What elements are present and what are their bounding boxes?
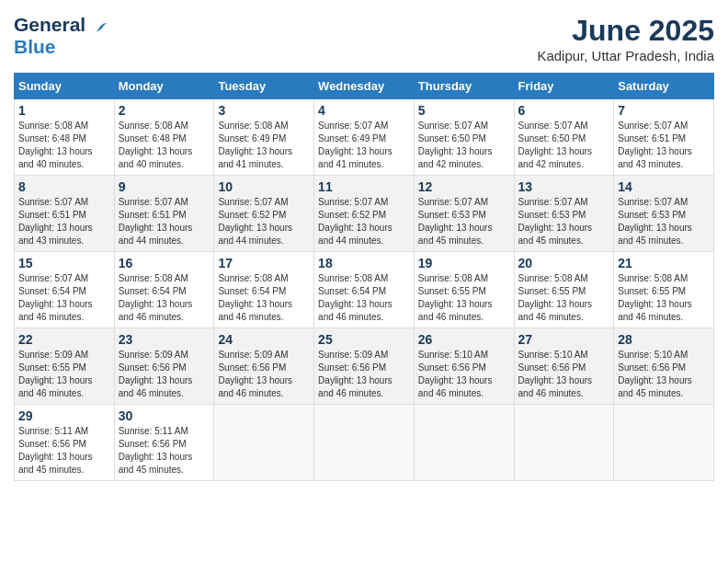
calendar-cell: 2Sunrise: 5:08 AMSunset: 6:48 PMDaylight… — [114, 99, 214, 176]
day-detail: Sunrise: 5:10 AMSunset: 6:56 PMDaylight:… — [518, 349, 610, 400]
header: General Blue June 2025 Kadipur, Uttar Pr… — [14, 14, 714, 63]
day-detail: Sunrise: 5:10 AMSunset: 6:56 PMDaylight:… — [418, 349, 510, 400]
day-number: 1 — [18, 103, 110, 118]
day-detail: Sunrise: 5:07 AMSunset: 6:53 PMDaylight:… — [618, 196, 710, 247]
calendar-cell: 18Sunrise: 5:08 AMSunset: 6:54 PMDayligh… — [314, 252, 415, 328]
day-detail: Sunrise: 5:08 AMSunset: 6:55 PMDaylight:… — [618, 272, 710, 324]
day-number: 4 — [318, 103, 410, 118]
header-day: Saturday — [614, 74, 714, 99]
day-number: 17 — [218, 256, 310, 270]
day-number: 24 — [218, 332, 310, 347]
logo-text: General — [14, 14, 113, 36]
calendar-week-row: 1Sunrise: 5:08 AMSunset: 6:48 PMDaylight… — [15, 99, 714, 176]
day-number: 23 — [119, 332, 210, 347]
day-number: 21 — [618, 256, 710, 270]
day-number: 10 — [218, 179, 310, 194]
day-number: 26 — [418, 332, 510, 347]
calendar-cell: 23Sunrise: 5:09 AMSunset: 6:56 PMDayligh… — [114, 328, 214, 405]
calendar-week-row: 15Sunrise: 5:07 AMSunset: 6:54 PMDayligh… — [15, 252, 714, 328]
calendar-cell: 15Sunrise: 5:07 AMSunset: 6:54 PMDayligh… — [15, 252, 115, 328]
day-number: 13 — [518, 179, 610, 194]
day-detail: Sunrise: 5:08 AMSunset: 6:49 PMDaylight:… — [218, 120, 310, 171]
day-detail: Sunrise: 5:07 AMSunset: 6:50 PMDaylight:… — [418, 120, 510, 171]
header-day: Thursday — [414, 74, 514, 99]
day-number: 5 — [418, 103, 510, 118]
day-number: 3 — [218, 103, 310, 118]
calendar-cell: 16Sunrise: 5:08 AMSunset: 6:54 PMDayligh… — [114, 252, 214, 328]
day-detail: Sunrise: 5:08 AMSunset: 6:55 PMDaylight:… — [518, 272, 610, 324]
day-detail: Sunrise: 5:08 AMSunset: 6:54 PMDaylight:… — [119, 272, 210, 324]
calendar-week-row: 29Sunrise: 5:11 AMSunset: 6:56 PMDayligh… — [15, 405, 714, 481]
calendar-table: SundayMondayTuesdayWednesdayThursdayFrid… — [14, 73, 714, 481]
calendar-cell — [314, 405, 415, 481]
calendar-cell: 24Sunrise: 5:09 AMSunset: 6:56 PMDayligh… — [214, 328, 314, 405]
day-detail: Sunrise: 5:07 AMSunset: 6:51 PMDaylight:… — [18, 196, 110, 247]
calendar-cell: 6Sunrise: 5:07 AMSunset: 6:50 PMDaylight… — [514, 99, 614, 176]
calendar-title: June 2025 — [537, 14, 714, 48]
calendar-cell: 1Sunrise: 5:08 AMSunset: 6:48 PMDaylight… — [15, 99, 115, 176]
calendar-cell: 12Sunrise: 5:07 AMSunset: 6:53 PMDayligh… — [414, 176, 514, 252]
logo-blue: Blue — [14, 36, 113, 57]
calendar-cell: 19Sunrise: 5:08 AMSunset: 6:55 PMDayligh… — [414, 252, 514, 328]
calendar-cell: 14Sunrise: 5:07 AMSunset: 6:53 PMDayligh… — [614, 176, 714, 252]
day-number: 22 — [18, 332, 110, 347]
calendar-week-row: 22Sunrise: 5:09 AMSunset: 6:55 PMDayligh… — [15, 328, 714, 405]
day-detail: Sunrise: 5:10 AMSunset: 6:56 PMDaylight:… — [618, 349, 710, 400]
calendar-body: 1Sunrise: 5:08 AMSunset: 6:48 PMDaylight… — [15, 99, 714, 481]
day-number: 9 — [119, 179, 210, 194]
calendar-cell: 10Sunrise: 5:07 AMSunset: 6:52 PMDayligh… — [214, 176, 314, 252]
day-number: 18 — [318, 256, 410, 270]
day-detail: Sunrise: 5:07 AMSunset: 6:52 PMDaylight:… — [218, 196, 310, 247]
day-detail: Sunrise: 5:09 AMSunset: 6:56 PMDaylight:… — [119, 349, 210, 400]
day-number: 14 — [618, 179, 710, 194]
day-number: 29 — [18, 408, 110, 423]
day-number: 27 — [518, 332, 610, 347]
day-number: 6 — [518, 103, 610, 118]
calendar-cell: 4Sunrise: 5:07 AMSunset: 6:49 PMDaylight… — [314, 99, 415, 176]
header-day: Monday — [114, 74, 214, 99]
day-detail: Sunrise: 5:08 AMSunset: 6:55 PMDaylight:… — [418, 272, 510, 324]
calendar-cell — [414, 405, 514, 481]
day-detail: Sunrise: 5:07 AMSunset: 6:51 PMDaylight:… — [618, 120, 710, 171]
logo: General Blue — [14, 14, 113, 58]
day-number: 12 — [418, 179, 510, 194]
calendar-cell — [214, 405, 314, 481]
day-number: 2 — [119, 103, 210, 118]
day-number: 7 — [618, 103, 710, 118]
day-number: 16 — [119, 256, 210, 270]
day-detail: Sunrise: 5:09 AMSunset: 6:56 PMDaylight:… — [218, 349, 310, 400]
day-number: 20 — [518, 256, 610, 270]
calendar-cell: 29Sunrise: 5:11 AMSunset: 6:56 PMDayligh… — [15, 405, 115, 481]
header-row: SundayMondayTuesdayWednesdayThursdayFrid… — [15, 74, 714, 99]
header-day: Tuesday — [214, 74, 314, 99]
calendar-cell: 21Sunrise: 5:08 AMSunset: 6:55 PMDayligh… — [614, 252, 714, 328]
title-area: June 2025 Kadipur, Uttar Pradesh, India — [537, 14, 714, 63]
day-detail: Sunrise: 5:11 AMSunset: 6:56 PMDaylight:… — [119, 425, 210, 477]
day-number: 30 — [119, 408, 210, 423]
day-detail: Sunrise: 5:11 AMSunset: 6:56 PMDaylight:… — [18, 425, 110, 477]
calendar-cell: 9Sunrise: 5:07 AMSunset: 6:51 PMDaylight… — [114, 176, 214, 252]
header-day: Wednesday — [314, 74, 415, 99]
calendar-header: SundayMondayTuesdayWednesdayThursdayFrid… — [15, 74, 714, 99]
header-day: Sunday — [15, 74, 115, 99]
calendar-cell: 13Sunrise: 5:07 AMSunset: 6:53 PMDayligh… — [514, 176, 614, 252]
calendar-cell: 8Sunrise: 5:07 AMSunset: 6:51 PMDaylight… — [15, 176, 115, 252]
calendar-cell: 7Sunrise: 5:07 AMSunset: 6:51 PMDaylight… — [614, 99, 714, 176]
calendar-subtitle: Kadipur, Uttar Pradesh, India — [537, 48, 714, 63]
day-detail: Sunrise: 5:07 AMSunset: 6:51 PMDaylight:… — [119, 196, 210, 247]
calendar-cell — [614, 405, 714, 481]
day-number: 8 — [18, 179, 110, 194]
calendar-cell: 3Sunrise: 5:08 AMSunset: 6:49 PMDaylight… — [214, 99, 314, 176]
day-detail: Sunrise: 5:08 AMSunset: 6:54 PMDaylight:… — [218, 272, 310, 324]
day-number: 11 — [318, 179, 410, 194]
day-number: 15 — [18, 256, 110, 270]
calendar-cell: 11Sunrise: 5:07 AMSunset: 6:52 PMDayligh… — [314, 176, 415, 252]
day-detail: Sunrise: 5:07 AMSunset: 6:53 PMDaylight:… — [418, 196, 510, 247]
calendar-cell: 20Sunrise: 5:08 AMSunset: 6:55 PMDayligh… — [514, 252, 614, 328]
calendar-cell: 26Sunrise: 5:10 AMSunset: 6:56 PMDayligh… — [414, 328, 514, 405]
calendar-cell — [514, 405, 614, 481]
calendar-cell: 28Sunrise: 5:10 AMSunset: 6:56 PMDayligh… — [614, 328, 714, 405]
calendar-week-row: 8Sunrise: 5:07 AMSunset: 6:51 PMDaylight… — [15, 176, 714, 252]
day-detail: Sunrise: 5:07 AMSunset: 6:52 PMDaylight:… — [318, 196, 410, 247]
calendar-cell: 17Sunrise: 5:08 AMSunset: 6:54 PMDayligh… — [214, 252, 314, 328]
